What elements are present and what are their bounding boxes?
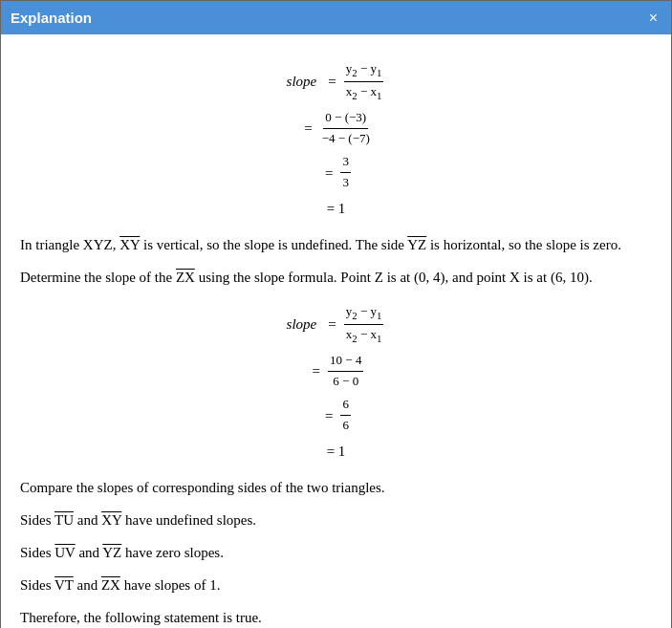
explanation-window: Explanation × slope = y2 − y1 x2 − x1 = … <box>0 0 672 628</box>
slope-formula-2: slope = y2 − y1 x2 − x1 = 10 − 4 6 − 0 =… <box>20 302 652 463</box>
slope-calc-4: = 6 6 <box>20 395 652 436</box>
slope-label-1: slope <box>287 70 317 93</box>
paragraph-3: Compare the slopes of corresponding side… <box>20 476 652 499</box>
fraction-values-1: 0 − (−3) −4 − (−7) <box>320 108 372 149</box>
paragraph-2: Determine the slope of the ZX using the … <box>20 266 652 289</box>
window-title: Explanation <box>11 10 92 26</box>
overline-xy-2: XY <box>101 512 121 528</box>
paragraph-4c: Sides VT and ZX have slopes of 1. <box>20 574 652 596</box>
content-area: slope = y2 − y1 x2 − x1 = 0 − (−3) −4 − … <box>1 34 671 628</box>
slope-calc-1: = 0 − (−3) −4 − (−7) <box>20 108 652 149</box>
overline-uv: UV <box>54 545 75 560</box>
overline-zx-2: ZX <box>101 577 120 593</box>
title-bar: Explanation × <box>1 1 671 34</box>
overline-xy: XY <box>119 237 140 252</box>
fraction-values-2: 10 − 4 6 − 0 <box>328 351 363 392</box>
paragraph-4a: Sides TU and XY have undefined slopes. <box>20 509 652 531</box>
paragraph-4b: Sides UV and YZ have zero slopes. <box>20 541 652 564</box>
paragraph-5: Therefore, the following statement is tr… <box>20 606 652 628</box>
slope-calc-3: = 10 − 4 6 − 0 <box>20 351 652 392</box>
slope-calc-2: = 3 3 <box>20 152 652 193</box>
overline-tu: TU <box>54 512 74 528</box>
fraction-general: y2 − y1 x2 − x1 <box>344 59 384 104</box>
fraction-simplified-2: 6 6 <box>340 395 351 436</box>
overline-vt: VT <box>54 577 74 593</box>
paragraph-1: In triangle XYZ, XY is vertical, so the … <box>20 233 652 256</box>
fraction-simplified-1: 3 3 <box>340 152 351 193</box>
close-button[interactable]: × <box>645 11 661 26</box>
overline-yz: YZ <box>407 237 426 252</box>
fraction-general-2: y2 − y1 x2 − x1 <box>344 302 384 347</box>
slope-label-2: slope <box>287 313 317 336</box>
overline-yz-2: YZ <box>102 545 121 560</box>
slope-result-1: = 1 <box>20 197 652 220</box>
slope-formula-1: slope = y2 − y1 x2 − x1 = 0 − (−3) −4 − … <box>20 59 652 220</box>
overline-zx-1: ZX <box>176 270 195 285</box>
slope-result-2: = 1 <box>20 440 652 463</box>
